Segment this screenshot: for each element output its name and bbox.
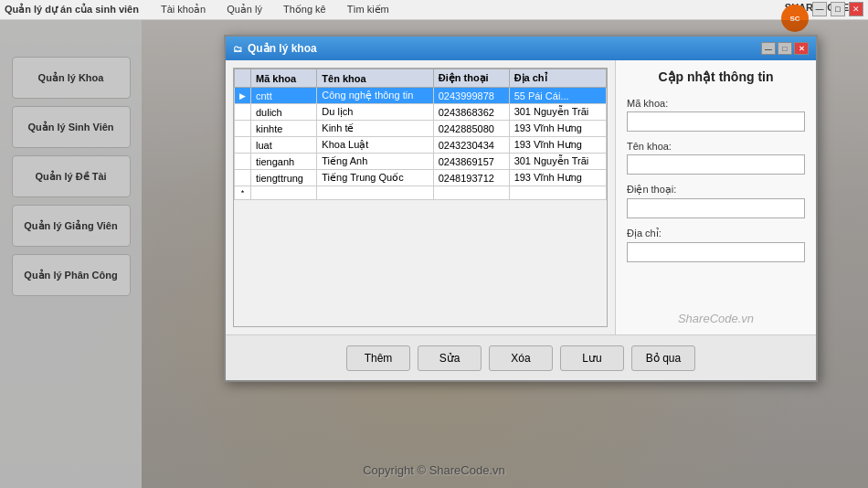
cell-dia_chi: 55 Pái Cái... bbox=[509, 88, 606, 104]
modal-titlebar: 🗂 Quản lý khoa — □ ✕ bbox=[226, 37, 816, 60]
modal-minimize-button[interactable]: — bbox=[761, 42, 776, 55]
cell-ten_khoa: Kinh tế bbox=[317, 121, 433, 137]
field-makhoa: Mã khoa: bbox=[627, 98, 805, 132]
menubar: Quản lý dự án của sinh viên Tài khoản Qu… bbox=[0, 0, 868, 20]
table-row[interactable]: ▶cnttCông nghệ thông tin024399987855 Pái… bbox=[235, 88, 607, 104]
cell-dia_chi: 193 Vĩnh Hưng bbox=[509, 137, 606, 154]
input-makhoa[interactable] bbox=[627, 111, 805, 132]
row-indicator bbox=[235, 137, 251, 154]
label-makhoa: Mã khoa: bbox=[627, 98, 805, 109]
field-diachi: Địa chỉ: bbox=[627, 228, 805, 262]
menu-thongke[interactable]: Thống kê bbox=[280, 2, 330, 17]
cell-ten_khoa: Tiếng Anh bbox=[317, 154, 433, 170]
row-indicator bbox=[235, 104, 251, 121]
row-indicator bbox=[235, 154, 251, 170]
table-row[interactable]: dulichDu lịch0243868362301 Nguyễn Trãi bbox=[235, 104, 607, 121]
row-indicator: ▶ bbox=[235, 88, 251, 104]
cell-dia_chi: 193 Vĩnh Hưng bbox=[509, 170, 606, 186]
row-indicator bbox=[235, 121, 251, 137]
input-diachi[interactable] bbox=[627, 242, 805, 262]
modal-icon: 🗂 bbox=[233, 44, 242, 54]
modal-close-button[interactable]: ✕ bbox=[794, 42, 809, 55]
btn-them[interactable]: Thêm bbox=[346, 345, 410, 371]
menu-taikhoan[interactable]: Tài khoản bbox=[157, 2, 209, 17]
cell-ma_khoa: tiengttrung bbox=[251, 170, 317, 186]
cell-ten_khoa: Tiếng Trung Quốc bbox=[317, 170, 433, 186]
cell-dia_chi: 193 Vĩnh Hưng bbox=[509, 121, 606, 137]
panel-title: Cập nhật thông tin bbox=[627, 69, 805, 84]
label-dienthoai: Điện thoại: bbox=[627, 184, 805, 196]
modal-title: Quản lý khoa bbox=[248, 42, 317, 55]
field-tenkhoa: Tên khoa: bbox=[627, 141, 805, 175]
col-indicator bbox=[235, 69, 251, 88]
table-row[interactable]: tienganhTiếng Anh0243869157301 Nguyễn Tr… bbox=[235, 154, 607, 170]
close-button[interactable]: ✕ bbox=[849, 2, 863, 16]
cell-ten_khoa: Công nghệ thông tin bbox=[317, 88, 433, 104]
col-makhoa: Mã khoa bbox=[251, 69, 317, 88]
col-dienthoai: Điện thoại bbox=[433, 69, 509, 88]
minimize-button[interactable]: — bbox=[812, 2, 827, 16]
table-row[interactable]: tiengttrungTiếng Trung Quốc0248193712193… bbox=[235, 170, 607, 186]
cell-ten_khoa: Khoa Luật bbox=[317, 137, 433, 154]
input-tenkhoa[interactable] bbox=[627, 154, 805, 175]
khoa-table: Mã khoa Tên khoa Điện thoại Địa chỉ ▶cnt… bbox=[234, 69, 607, 200]
cell-ma_khoa: dulich bbox=[251, 104, 317, 121]
cell-dien_thoai: 0242885080 bbox=[433, 121, 509, 137]
col-tenkhoa: Tên khoa bbox=[317, 69, 433, 88]
cell-ma_khoa: cntt bbox=[251, 88, 317, 104]
panel-watermark: ShareCode.vn bbox=[627, 312, 805, 325]
window-controls: — □ ✕ bbox=[812, 2, 863, 16]
modal-body: Mã khoa Tên khoa Điện thoại Địa chỉ ▶cnt… bbox=[226, 60, 816, 334]
table-section: Mã khoa Tên khoa Điện thoại Địa chỉ ▶cnt… bbox=[226, 60, 615, 334]
input-dienthoai[interactable] bbox=[627, 198, 805, 218]
cell-dien_thoai: 0248193712 bbox=[433, 170, 509, 186]
btn-xoa[interactable]: Xóa bbox=[489, 345, 553, 371]
cell-dia_chi: 301 Nguyễn Trãi bbox=[509, 104, 606, 121]
menu-items: Tài khoản Quản lý Thống kê Tìm kiếm bbox=[157, 2, 393, 17]
modal-win-controls: — □ ✕ bbox=[761, 42, 809, 55]
label-diachi: Địa chỉ: bbox=[627, 228, 805, 239]
maximize-button[interactable]: □ bbox=[831, 2, 845, 16]
col-diachi: Địa chỉ bbox=[509, 69, 606, 88]
btn-sua[interactable]: Sửa bbox=[418, 345, 482, 371]
cell-dia_chi: 301 Nguyễn Trãi bbox=[509, 154, 606, 170]
menu-timkiem[interactable]: Tìm kiếm bbox=[344, 2, 393, 17]
cell-dien_thoai: 0243868362 bbox=[433, 104, 509, 121]
cell-dien_thoai: 0243230434 bbox=[433, 137, 509, 154]
cell-ma_khoa: luat bbox=[251, 137, 317, 154]
modal-maximize-button[interactable]: □ bbox=[778, 42, 792, 55]
cell-ma_khoa: tienganh bbox=[251, 154, 317, 170]
table-row[interactable]: kinhteKinh tế0242885080193 Vĩnh Hưng bbox=[235, 121, 607, 137]
table-row-new[interactable]: * bbox=[235, 186, 607, 200]
right-panel: Cập nhật thông tin Mã khoa: Tên khoa: Đi… bbox=[615, 60, 816, 334]
modal-buttons: Thêm Sửa Xóa Lưu Bỏ qua bbox=[226, 334, 816, 380]
row-indicator bbox=[235, 170, 251, 186]
cell-dien_thoai: 0243999878 bbox=[433, 88, 509, 104]
cell-dien_thoai: 0243869157 bbox=[433, 154, 509, 170]
menu-quanly[interactable]: Quản lý bbox=[223, 2, 266, 17]
label-tenkhoa: Tên khoa: bbox=[627, 141, 805, 152]
cell-ma_khoa: kinhte bbox=[251, 121, 317, 137]
table-wrapper[interactable]: Mã khoa Tên khoa Điện thoại Địa chỉ ▶cnt… bbox=[233, 68, 608, 327]
field-dienthoai: Điện thoại: bbox=[627, 184, 805, 218]
modal-quanlykhoa: 🗂 Quản lý khoa — □ ✕ Mã khoa Tên khoa Đi… bbox=[224, 35, 818, 382]
btn-boqua[interactable]: Bỏ qua bbox=[631, 345, 695, 371]
table-row[interactable]: luatKhoa Luật0243230434193 Vĩnh Hưng bbox=[235, 137, 607, 154]
app-title: Quản lý dự án của sinh viên bbox=[5, 4, 139, 16]
btn-luu[interactable]: Lưu bbox=[560, 345, 624, 371]
cell-ten_khoa: Du lịch bbox=[317, 104, 433, 121]
